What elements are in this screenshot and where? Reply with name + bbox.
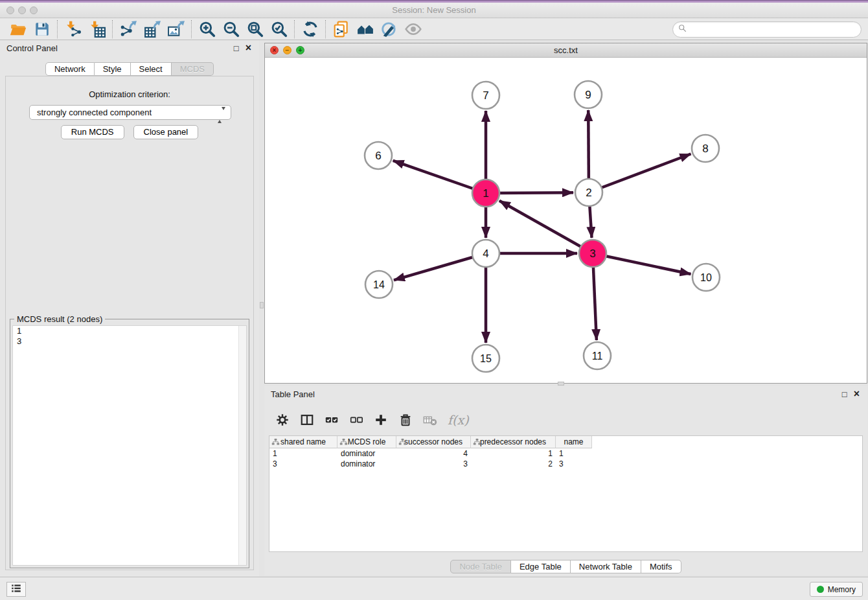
column-header-label: predecessor nodes — [480, 437, 546, 446]
maximize-window-button[interactable] — [30, 6, 38, 14]
export-table-button[interactable] — [140, 19, 164, 39]
edge-3-1[interactable] — [499, 201, 593, 253]
tab-select[interactable]: Select — [131, 62, 172, 76]
open-file-button[interactable] — [6, 19, 30, 39]
float-table-panel-icon[interactable] — [842, 388, 847, 400]
float-panel-icon[interactable] — [234, 42, 239, 54]
table-cell[interactable]: 1 — [556, 449, 592, 458]
minimize-window-button[interactable] — [18, 6, 26, 14]
graphics-details-button[interactable] — [377, 19, 401, 39]
graph-node-2[interactable]: 2 — [575, 179, 602, 206]
table-cell[interactable]: 3 — [556, 459, 592, 468]
search-input[interactable] — [691, 25, 856, 34]
zoom-in-button[interactable] — [195, 19, 219, 39]
tab-motifs[interactable]: Motifs — [641, 560, 681, 573]
tab-network-table[interactable]: Network Table — [571, 560, 641, 573]
maximize-view-button[interactable] — [296, 46, 304, 54]
table-cell[interactable]: dominator — [337, 459, 396, 468]
close-panel-button[interactable]: Close panel — [133, 125, 199, 139]
close-window-button[interactable] — [6, 6, 14, 14]
graph-node-6[interactable]: 6 — [365, 142, 392, 169]
table-cell[interactable]: 2 — [471, 459, 556, 468]
svg-text:6: 6 — [375, 150, 381, 162]
tab-node-table[interactable]: Node Table — [450, 560, 511, 573]
network-window-titlebar[interactable]: scc.txt — [265, 43, 867, 58]
deselect-all-button[interactable] — [349, 413, 363, 427]
save-session-button[interactable] — [30, 19, 54, 39]
column-header-label: name — [564, 437, 583, 446]
function-builder-button[interactable]: f(x) — [448, 413, 469, 427]
edge-1-6[interactable] — [393, 161, 486, 193]
graph-node-9[interactable]: 9 — [575, 81, 602, 108]
graph-node-8[interactable]: 8 — [692, 135, 719, 162]
table-cell[interactable]: 3 — [396, 459, 471, 468]
tab-style[interactable]: Style — [95, 62, 131, 76]
refresh-layout-button[interactable] — [298, 19, 322, 39]
svg-text:7: 7 — [483, 89, 488, 102]
delete-table-icon — [423, 413, 437, 427]
network-graph: 1234678910111415 — [265, 58, 867, 383]
table-cell[interactable]: 1 — [471, 449, 556, 458]
graphics-details-icon — [381, 21, 398, 38]
table-row[interactable]: 3dominator323 — [269, 459, 862, 469]
tab-edge-table[interactable]: Edge Table — [511, 560, 571, 573]
select-all-button[interactable] — [325, 413, 339, 427]
toggle-panes-button[interactable] — [300, 413, 314, 427]
column-header-mcds-role[interactable]: MCDS role — [337, 436, 396, 448]
zoom-fit-button[interactable] — [243, 19, 267, 39]
table-cell[interactable]: 3 — [269, 459, 337, 468]
graph-node-1[interactable]: 1 — [472, 179, 499, 207]
column-header-predecessor-nodes[interactable]: predecessor nodes — [471, 436, 556, 448]
table-cell[interactable]: 1 — [269, 449, 337, 458]
horizontal-splitter-handle[interactable] — [558, 382, 564, 386]
import-table-button[interactable] — [85, 19, 109, 39]
vertical-splitter-handle[interactable] — [260, 302, 264, 308]
delete-table-button[interactable] — [423, 413, 437, 427]
first-neighbors-button[interactable] — [353, 19, 377, 39]
memory-button[interactable]: Memory — [810, 582, 863, 597]
delete-column-button[interactable] — [398, 413, 413, 427]
mcds-result-list[interactable]: 13 — [12, 325, 247, 566]
svg-text:1: 1 — [483, 187, 488, 200]
network-canvas[interactable]: 1234678910111415 — [265, 58, 867, 383]
edge-3-10[interactable] — [593, 253, 691, 274]
show-hide-button[interactable] — [401, 19, 425, 39]
graph-node-14[interactable]: 14 — [365, 271, 393, 298]
export-network-icon — [120, 21, 137, 38]
import-network-button[interactable] — [61, 19, 85, 39]
window-titlebar: Session: New Session — [0, 3, 868, 18]
export-image-button[interactable] — [164, 19, 188, 39]
graph-node-4[interactable]: 4 — [472, 240, 499, 267]
column-type-icon — [271, 438, 280, 446]
table-cell[interactable]: 4 — [396, 449, 471, 458]
add-column-button[interactable] — [374, 413, 388, 427]
column-header-successor-nodes[interactable]: successor nodes — [396, 436, 471, 448]
close-panel-icon[interactable] — [246, 42, 251, 54]
tab-mcds[interactable]: MCDS — [172, 62, 214, 76]
close-view-button[interactable] — [270, 46, 279, 54]
edge-2-8[interactable] — [589, 154, 691, 193]
graph-node-10[interactable]: 10 — [692, 264, 720, 291]
zoom-selected-button[interactable] — [267, 19, 291, 39]
tab-network[interactable]: Network — [45, 62, 95, 76]
table-row[interactable]: 1dominator411 — [269, 448, 862, 459]
column-header-shared-name[interactable]: shared name — [269, 436, 337, 448]
zoom-out-button[interactable] — [219, 19, 243, 39]
cytoscape-app: { "window": { "title": "Session: New Ses… — [0, 0, 868, 600]
graph-node-11[interactable]: 11 — [584, 342, 611, 369]
search-box[interactable] — [672, 21, 862, 38]
table-cell[interactable]: dominator — [337, 449, 396, 458]
graph-node-15[interactable]: 15 — [472, 345, 499, 372]
optimization-criterion-select[interactable]: strongly connected component — [29, 105, 231, 120]
graph-node-3[interactable]: 3 — [579, 240, 606, 267]
table-settings-button[interactable] — [275, 413, 290, 427]
scrollbar[interactable] — [238, 326, 246, 565]
clone-network-button[interactable] — [329, 19, 353, 39]
column-header-name[interactable]: name — [556, 436, 592, 448]
close-table-panel-icon[interactable] — [854, 388, 860, 400]
export-network-button[interactable] — [116, 19, 140, 39]
minimize-view-button[interactable] — [283, 46, 291, 54]
graph-node-7[interactable]: 7 — [472, 82, 499, 109]
run-mcds-button[interactable]: Run MCDS — [61, 125, 124, 139]
task-history-button[interactable] — [6, 582, 26, 597]
